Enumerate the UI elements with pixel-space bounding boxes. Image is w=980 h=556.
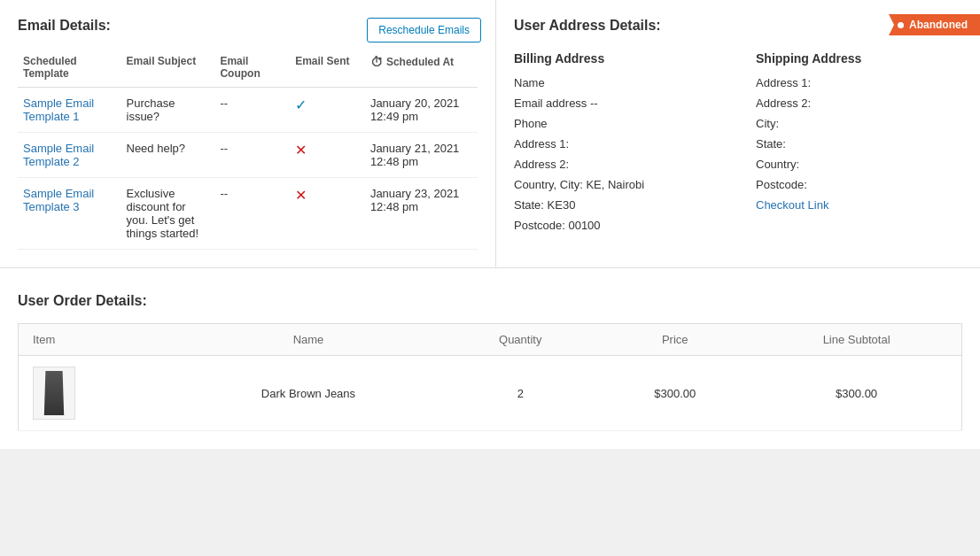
billing-field: State: KE30 (514, 198, 720, 212)
template-link[interactable]: Sample Email Template 2 (23, 142, 94, 168)
shipping-field: City: (756, 117, 962, 130)
user-address-panel: User Address Details: Abandoned Billing … (496, 0, 980, 267)
email-table: Scheduled Template Email Subject Email C… (18, 48, 478, 250)
shipping-address-col: Shipping Address Address 1: Address 2: C… (756, 51, 962, 239)
field-label: State: KE30 (514, 198, 720, 212)
order-quantity-cell: 2 (442, 356, 598, 431)
shipping-address-title: Shipping Address (756, 51, 962, 66)
subject-cell: Purchase issue? (121, 88, 215, 133)
template-link[interactable]: Sample Email Template 1 (23, 97, 94, 123)
order-col-header: Line Subtotal (751, 324, 961, 356)
email-table-wrapper: Scheduled Template Email Subject Email C… (18, 48, 478, 250)
field-label: Email address -- (514, 97, 720, 110)
field-label: Country, City: KE, Nairobi (514, 178, 720, 191)
email-details-panel: Email Details: Reschedule Emails Schedul… (0, 0, 496, 267)
order-item-cell (19, 356, 175, 431)
template-link[interactable]: Sample Email Template 3 (23, 187, 94, 213)
col-header-email-coupon: Email Coupon (214, 48, 290, 88)
billing-address-col: Billing Address Name Email address --Pho… (514, 51, 720, 239)
field-label: Address 1: (756, 76, 962, 89)
reschedule-button[interactable]: Reschedule Emails (367, 18, 481, 42)
col-header-email-subject: Email Subject (121, 48, 215, 88)
abandoned-badge: Abandoned (889, 14, 980, 35)
cross-icon: ✕ (295, 143, 307, 158)
user-order-section: User Order Details: ItemNameQuantityPric… (0, 275, 980, 449)
billing-address-title: Billing Address (514, 51, 720, 66)
billing-field: Country, City: KE, Nairobi (514, 178, 720, 191)
sent-cell: ✓ (290, 88, 365, 133)
order-col-header: Item (19, 324, 175, 356)
billing-field: Name (514, 76, 720, 89)
scheduled-at-cell: January 23, 2021 12:48 pm (365, 178, 478, 250)
scheduled-at-cell: January 20, 2021 12:49 pm (365, 88, 478, 133)
coupon-cell: -- (214, 88, 290, 133)
coupon-cell: -- (214, 133, 290, 178)
order-col-header: Price (598, 324, 751, 356)
order-price-cell: $300.00 (598, 356, 751, 431)
sent-cell: ✕ (290, 178, 365, 250)
order-table-row: Dark Brown Jeans 2 $300.00 $300.00 (19, 356, 962, 431)
order-name-cell: Dark Brown Jeans (175, 356, 443, 431)
address-columns: Billing Address Name Email address --Pho… (514, 51, 962, 239)
field-label: Address 2: (514, 158, 720, 171)
shipping-field: Address 2: (756, 97, 962, 110)
billing-field: Email address -- (514, 97, 720, 110)
billing-field: Address 1: (514, 137, 720, 151)
badge-dot (898, 22, 904, 28)
order-col-header: Name (175, 324, 443, 356)
scheduled-at-cell: January 21, 2021 12:48 pm (365, 133, 478, 178)
field-label: Address 2: (756, 97, 962, 110)
checkmark-icon: ✓ (295, 97, 307, 112)
field-label: Address 1: (514, 137, 720, 151)
sent-cell: ✕ (290, 133, 365, 178)
user-order-title: User Order Details: (18, 293, 962, 309)
col-header-email-sent: Email Sent (290, 48, 365, 88)
field-label: Postcode: (756, 178, 962, 191)
subject-cell: Need help? (121, 133, 215, 178)
field-label: City: (756, 117, 962, 130)
coupon-cell: -- (214, 178, 290, 250)
template-cell: Sample Email Template 3 (18, 178, 121, 250)
col-header-scheduled-at: ⏱ Scheduled At (365, 48, 478, 88)
shipping-field: Postcode: (756, 178, 962, 191)
email-table-row: Sample Email Template 2 Need help? -- ✕ … (18, 133, 478, 178)
template-cell: Sample Email Template 1 (18, 88, 121, 133)
field-label: Country: (756, 158, 962, 171)
field-label: Postcode: 00100 (514, 219, 720, 232)
subject-cell: Exclusive discount for you. Let's get th… (121, 178, 215, 250)
billing-field: Address 2: (514, 158, 720, 171)
order-subtotal-cell: $300.00 (751, 356, 961, 431)
clock-icon: ⏱ (370, 55, 383, 69)
email-table-row: Sample Email Template 3 Exclusive discou… (18, 178, 478, 250)
product-image (33, 367, 75, 420)
order-table: ItemNameQuantityPriceLine Subtotal Dark … (18, 323, 962, 431)
col-header-scheduled-template: Scheduled Template (18, 48, 121, 88)
template-cell: Sample Email Template 2 (18, 133, 121, 178)
field-label: Name (514, 76, 720, 89)
checkout-link[interactable]: Checkout Link (756, 198, 828, 212)
abandoned-label: Abandoned (909, 19, 968, 31)
email-table-row: Sample Email Template 1 Purchase issue? … (18, 88, 478, 133)
product-image-inner (40, 371, 68, 415)
billing-field: Phone (514, 117, 720, 130)
order-col-header: Quantity (442, 324, 598, 356)
shipping-field: State: (756, 137, 962, 151)
field-label: Phone (514, 117, 720, 130)
cross-icon: ✕ (295, 188, 307, 203)
shipping-field: Country: (756, 158, 962, 171)
billing-field: Postcode: 00100 (514, 219, 720, 232)
field-label: State: (756, 137, 962, 151)
shipping-field: Address 1: (756, 76, 962, 89)
